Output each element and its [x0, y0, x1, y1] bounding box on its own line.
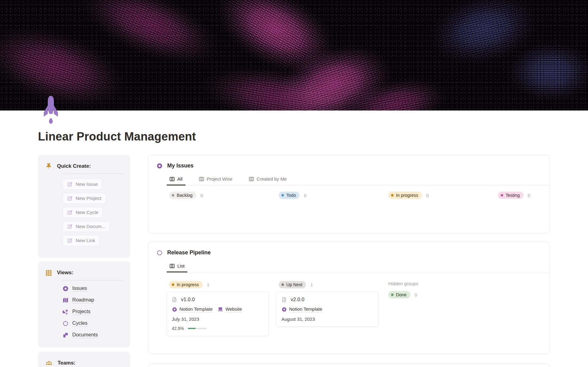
release-board: In progress 1 v1.0.0 Notion — [167, 281, 541, 336]
compose-icon — [67, 210, 73, 215]
nebula-streak — [173, 0, 378, 110]
nebula-streak — [166, 40, 391, 110]
group-count: 0 — [426, 193, 429, 198]
nebula-streak — [40, 0, 260, 102]
board-view-icon — [170, 264, 175, 268]
release-date: August 31, 2023 — [281, 316, 373, 322]
teams-heading: Teams: — [58, 360, 75, 366]
group-count: 0 — [201, 193, 203, 198]
group-count: 1 — [310, 282, 313, 287]
sidebar-link-projects[interactable]: Projects — [62, 309, 123, 315]
pushpin-icon — [45, 163, 52, 170]
projects-shapes-icon — [62, 309, 69, 315]
hidden-groups-label: Hidden groups — [386, 281, 488, 286]
new-link-button[interactable]: New Link — [62, 235, 100, 246]
new-issue-button[interactable]: New Issue — [62, 179, 102, 190]
progress-bar — [188, 328, 207, 329]
nebula-blue-patch — [398, 0, 570, 94]
website-link[interactable]: Website — [217, 306, 242, 312]
sidebar-link-roadmap[interactable]: Roadmap — [62, 297, 123, 303]
release-card-v1[interactable]: v1.0.0 Notion Template Website — [167, 291, 269, 336]
new-document-button[interactable]: New Docum... — [62, 221, 110, 232]
group-badge-backlog[interactable]: Backlog — [169, 192, 196, 199]
progress-percent: 42.9% — [172, 326, 184, 331]
my-issues-title: My Issues — [167, 163, 194, 169]
my-issues-tabs: All Project Wise Created by Me — [167, 174, 549, 185]
progress-row: 42.9% — [172, 326, 264, 331]
group-badge-in-progress[interactable]: In progress — [169, 281, 203, 288]
group-badge-testing[interactable]: Testing — [498, 192, 523, 199]
status-dot — [172, 283, 174, 286]
tab-project-wise[interactable]: Project Wise — [196, 174, 236, 185]
laptop-icon — [217, 307, 223, 312]
group-count: 0 — [304, 193, 306, 198]
cycles-dashed-circle-icon — [62, 320, 69, 327]
divider — [62, 174, 123, 174]
roadmap-map-icon — [62, 297, 69, 303]
tab-list[interactable]: List — [167, 261, 187, 272]
page-icon — [281, 297, 287, 302]
sidebar: Quick Create: New Issue New Project New … — [38, 155, 130, 367]
tab-created-by-me[interactable]: Created by Me — [246, 174, 290, 185]
release-dashed-circle-icon — [156, 250, 163, 256]
release-pipeline-card: Release Pipeline List In progress 1 — [148, 242, 549, 354]
release-card-v2[interactable]: v2.0.0 Notion Template August 31, 2023 — [276, 291, 379, 327]
cover-image[interactable] — [0, 0, 588, 110]
sidebar-link-documents[interactable]: Documents — [62, 332, 123, 338]
sidebar-link-cycles[interactable]: Cycles — [62, 320, 123, 327]
teams-section: Teams: — [38, 352, 130, 367]
notion-star-icon — [172, 307, 177, 312]
nebula-streak — [316, 56, 474, 110]
compose-icon — [67, 196, 73, 201]
new-project-button[interactable]: New Project — [62, 193, 106, 204]
nebula-streak — [239, 11, 428, 110]
release-pipeline-title: Release Pipeline — [167, 249, 211, 256]
group-badge-todo[interactable]: Todo — [279, 192, 300, 199]
status-dot — [281, 194, 284, 197]
group-count: 1 — [207, 282, 209, 287]
status-dot — [391, 194, 394, 197]
compose-icon — [67, 224, 73, 229]
notion-star-icon — [281, 307, 287, 312]
my-issues-card: My Issues All Project Wise Created by Me — [148, 155, 549, 233]
sidebar-link-issues[interactable]: Issues — [62, 285, 123, 292]
page-title: Linear Product Management — [38, 130, 549, 143]
group-badge-in-progress[interactable]: In progress — [388, 192, 422, 199]
notion-template-link[interactable]: Notion Template — [172, 306, 213, 312]
status-dot — [391, 294, 394, 296]
compose-icon — [67, 238, 73, 243]
board-view-icon — [170, 177, 175, 181]
main-content: My Issues All Project Wise Created by Me — [148, 155, 549, 367]
group-count: 0 — [415, 292, 417, 298]
group-badge-done[interactable]: Done — [388, 291, 410, 298]
status-dot — [281, 283, 284, 286]
documents-pages-icon — [62, 332, 69, 338]
tab-all[interactable]: All — [167, 174, 186, 185]
notion-template-link[interactable]: Notion Template — [281, 306, 322, 312]
rocket-page-icon[interactable] — [43, 95, 59, 125]
board-view-icon — [249, 177, 254, 181]
my-issues-donut-icon — [156, 163, 163, 169]
nebula-blue-patch — [490, 31, 588, 110]
group-count: 0 — [528, 193, 530, 198]
issues-donut-icon — [62, 286, 69, 292]
group-badge-up-next[interactable]: Up Next — [279, 281, 306, 288]
next-card-partial — [148, 364, 549, 367]
compose-icon — [67, 182, 73, 187]
release-date: July 31, 2023 — [172, 316, 264, 322]
release-pipeline-tabs: List — [167, 261, 549, 272]
status-dot — [172, 194, 174, 197]
views-section: Views: Issues Roadmap Projects — [38, 261, 130, 347]
new-cycle-button[interactable]: New Cycle — [62, 207, 103, 218]
quick-create-section: Quick Create: New Issue New Project New … — [38, 155, 130, 258]
status-dot — [501, 194, 503, 197]
grid-icon — [45, 269, 52, 276]
board-view-icon — [199, 177, 204, 181]
quick-create-heading: Quick Create: — [57, 163, 91, 169]
nebula-streak — [0, 0, 166, 110]
divider — [62, 280, 123, 280]
views-heading: Views: — [57, 270, 74, 276]
people-icon — [45, 360, 53, 366]
page-icon — [172, 297, 177, 302]
progress-bar-fill — [188, 328, 196, 329]
